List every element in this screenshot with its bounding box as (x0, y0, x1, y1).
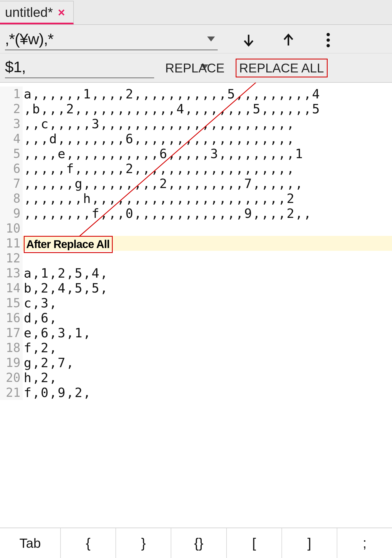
key-rbrack[interactable]: ] (282, 528, 337, 558)
key-braces[interactable]: {} (171, 528, 227, 558)
editor-line[interactable]: 4,,,d,,,,,,,,6,,,,,,,,,,,,,,,,,,, (0, 131, 392, 146)
key-rbrace[interactable]: } (116, 528, 171, 558)
tab-title: untitled* (5, 5, 53, 20)
editor-line[interactable]: 11After Replace All (0, 236, 392, 251)
line-number: 13 (0, 266, 23, 281)
line-number: 5 (0, 146, 23, 161)
symbol-key-row: Tab { } {} [ ] ; (0, 528, 392, 558)
line-number: 3 (0, 116, 23, 131)
line-content: ,b,,,2,,,,,,,,,,,,4,,,,,,,,5,,,,,,5 (23, 101, 320, 116)
line-number: 19 (0, 355, 23, 370)
line-number: 8 (0, 191, 23, 206)
replace-button[interactable]: REPLACE (162, 59, 227, 77)
search-input-wrap (5, 30, 218, 50)
editor-line[interactable]: 7,,,,,,g,,,,,,,,,2,,,,,,,,,7,,,,,, (0, 176, 392, 191)
annotation-label: After Replace All (24, 236, 113, 253)
editor-line[interactable]: 9,,,,,,,,f,,,0,,,,,,,,,,,,,9,,,,2,, (0, 206, 392, 221)
line-content: ,,,d,,,,,,,,6,,,,,,,,,,,,,,,,,,, (23, 131, 295, 146)
replace-all-button[interactable]: REPLACE ALL (236, 59, 328, 77)
editor-line[interactable]: 19g,2,7, (0, 355, 392, 370)
editor-line[interactable]: 1a,,,,,,1,,,,2,,,,,,,,,,,5,,,,,,,,,4 (0, 87, 392, 101)
line-content: e,6,3,1, (23, 325, 92, 340)
editor-line[interactable]: 13a,1,2,5,4, (0, 266, 392, 281)
editor-line[interactable]: 3,,c,,,,,3,,,,,,,,,,,,,,,,,,,,,,, (0, 116, 392, 131)
line-content: a,,,,,,1,,,,2,,,,,,,,,,,5,,,,,,,,,4 (23, 87, 320, 101)
line-number: 16 (0, 311, 23, 325)
line-content: ,,c,,,,,3,,,,,,,,,,,,,,,,,,,,,,, (23, 116, 295, 131)
line-number: 6 (0, 161, 23, 176)
editor-line[interactable]: 5,,,,e,,,,,,,,,,,6,,,,,3,,,,,,,,,1 (0, 146, 392, 161)
key-lbrack[interactable]: [ (227, 528, 282, 558)
line-number: 17 (0, 325, 23, 340)
tab-bar: untitled* × (0, 0, 392, 25)
line-number: 7 (0, 176, 23, 191)
more-options-icon[interactable] (319, 31, 337, 49)
close-icon[interactable]: × (58, 6, 65, 19)
line-content: a,1,2,5,4, (23, 266, 109, 281)
line-content: f,0,9,2, (23, 385, 92, 400)
line-content: ,,,,,,g,,,,,,,,,2,,,,,,,,,7,,,,,, (23, 176, 304, 191)
replace-input-wrap (5, 58, 154, 78)
editor-line[interactable]: 20h,2, (0, 370, 392, 385)
line-number: 21 (0, 385, 23, 400)
editor-line[interactable]: 6,,,,,f,,,,,,2,,,,,,,,,,,,,,,,,,, (0, 161, 392, 176)
line-number: 10 (0, 221, 23, 236)
line-content: ,,,,,,,,f,,,0,,,,,,,,,,,,,9,,,,2,, (23, 206, 312, 221)
line-number: 11 (0, 236, 23, 251)
line-number: 9 (0, 206, 23, 221)
key-tab[interactable]: Tab (0, 528, 61, 558)
editor-line[interactable]: 21f,0,9,2, (0, 385, 392, 400)
line-content: h,2, (23, 370, 58, 385)
line-number: 4 (0, 131, 23, 146)
line-number: 20 (0, 370, 23, 385)
editor[interactable]: 1a,,,,,,1,,,,2,,,,,,,,,,,5,,,,,,,,,42,b,… (0, 83, 392, 528)
line-content: ,,,,,,,h,,,,,,,,,,,,,,,,,,,,,,,2 (23, 191, 295, 206)
line-number: 1 (0, 87, 23, 101)
line-content: After Replace All (23, 236, 113, 253)
line-number: 2 (0, 101, 23, 116)
line-number: 12 (0, 251, 23, 266)
search-input[interactable] (5, 30, 204, 48)
editor-line[interactable]: 10 (0, 221, 392, 236)
editor-line[interactable]: 12 (0, 251, 392, 266)
line-content: b,2,4,5,5, (23, 281, 109, 296)
find-prev-icon[interactable] (280, 31, 297, 49)
editor-line[interactable]: 8,,,,,,,h,,,,,,,,,,,,,,,,,,,,,,,2 (0, 191, 392, 206)
editor-line[interactable]: 2,b,,,2,,,,,,,,,,,,4,,,,,,,,5,,,,,,5 (0, 101, 392, 116)
editor-line[interactable]: 16d,6, (0, 311, 392, 325)
line-number: 14 (0, 281, 23, 296)
line-content: ,,,,,f,,,,,,2,,,,,,,,,,,,,,,,,,, (23, 161, 295, 176)
find-next-icon[interactable] (240, 31, 257, 49)
editor-line[interactable]: 18f,2, (0, 340, 392, 355)
line-number: 18 (0, 340, 23, 355)
replace-bar: REPLACE REPLACE ALL (0, 53, 392, 83)
line-content: ,,,,e,,,,,,,,,,,6,,,,,3,,,,,,,,,1 (23, 146, 304, 161)
editor-line[interactable]: 14b,2,4,5,5, (0, 281, 392, 296)
search-bar (0, 25, 392, 53)
line-number: 15 (0, 296, 23, 311)
key-lbrace[interactable]: { (61, 528, 116, 558)
line-content: f,2, (23, 340, 58, 355)
line-content: d,6, (23, 311, 58, 325)
key-semi[interactable]: ; (337, 528, 392, 558)
line-content: c,3, (23, 296, 58, 311)
line-content: g,2,7, (23, 355, 75, 370)
search-history-dropdown-icon[interactable] (207, 36, 215, 41)
tab-untitled[interactable]: untitled* × (0, 1, 74, 24)
editor-line[interactable]: 17e,6,3,1, (0, 325, 392, 340)
editor-line[interactable]: 15c,3, (0, 296, 392, 311)
